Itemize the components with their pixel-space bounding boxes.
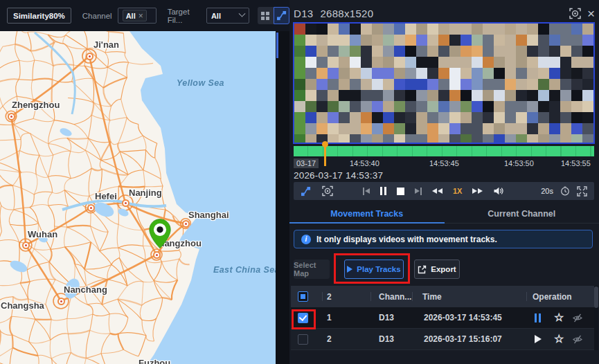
video-mosaic bbox=[294, 24, 593, 143]
info-icon: i bbox=[301, 235, 311, 244]
play-icon bbox=[347, 266, 352, 273]
pause-button[interactable] bbox=[380, 187, 386, 195]
select-map-label: Select Map bbox=[294, 261, 330, 277]
select-all-checkbox[interactable] bbox=[298, 291, 308, 302]
face-detect-icon[interactable] bbox=[569, 8, 581, 19]
panel-divider bbox=[276, 31, 289, 364]
panel-title: D13 2688x1520 bbox=[294, 8, 373, 19]
export-icon bbox=[418, 265, 427, 274]
channel-label: Channel bbox=[82, 12, 112, 20]
city-dot bbox=[86, 53, 93, 60]
skip-interval-label: 20s bbox=[541, 187, 553, 195]
channel-select[interactable]: All × bbox=[118, 8, 157, 24]
city-dot bbox=[182, 220, 190, 228]
select-map-button[interactable]: Select Map bbox=[294, 260, 330, 279]
map-city-label: Ji'nan bbox=[93, 39, 119, 50]
favorite-star-icon[interactable]: ☆ bbox=[554, 334, 564, 345]
city-dot bbox=[57, 298, 65, 305]
location-pin-icon[interactable] bbox=[148, 219, 172, 252]
scrollbar-thumb[interactable] bbox=[276, 33, 278, 58]
face-detect-icon[interactable] bbox=[322, 185, 333, 197]
table-row[interactable]: 1 D13 2026-03-17 14:53:45 ☆ bbox=[291, 307, 594, 329]
export-label: Export bbox=[431, 265, 456, 273]
fullscreen-icon[interactable] bbox=[577, 186, 587, 197]
panel-header: D13 2688x1520 × bbox=[294, 6, 595, 21]
map-city-label: Nanjing bbox=[129, 188, 162, 198]
tab-bar: Movement Tracks Current Channel bbox=[289, 204, 599, 224]
table-row[interactable]: 2 D13 2026-03-17 15:16:07 ☆ bbox=[291, 329, 594, 350]
map-city-label: Changsha bbox=[1, 300, 44, 311]
resolution-label: 2688x1520 bbox=[320, 8, 373, 19]
map-city-label: Nanchang bbox=[64, 284, 107, 295]
stop-button[interactable] bbox=[397, 188, 404, 195]
tab-current-channel[interactable]: Current Channel bbox=[445, 204, 599, 223]
scrollbar-thumb[interactable] bbox=[594, 286, 598, 308]
tracks-table: 2 Chann... Time Operation 1 D13 2026-03-… bbox=[291, 286, 594, 350]
hide-eye-icon[interactable] bbox=[572, 313, 583, 323]
tab-label: Current Channel bbox=[488, 209, 555, 219]
remove-tag-icon[interactable]: × bbox=[138, 12, 143, 20]
map-city-label: Wuhan bbox=[28, 229, 57, 239]
row-checkbox-unchecked[interactable] bbox=[298, 334, 308, 345]
pause-track-icon[interactable] bbox=[535, 313, 541, 322]
city-dot bbox=[22, 242, 30, 249]
row-time: 2026-03-17 14:53:45 bbox=[424, 313, 502, 322]
skip-to-start-button[interactable] bbox=[363, 188, 370, 195]
timeline-tick: 14:53:45 bbox=[429, 159, 459, 167]
header-count: 2 bbox=[327, 292, 332, 302]
filter-toolbar: Similarity80% Channel All × Target Fil..… bbox=[0, 0, 289, 31]
skip-to-end-button[interactable] bbox=[415, 188, 422, 195]
hide-eye-icon[interactable] bbox=[572, 334, 583, 345]
chevron-down-icon bbox=[238, 10, 245, 17]
playback-speed-label[interactable]: 1X bbox=[453, 187, 462, 195]
clock-icon[interactable] bbox=[560, 186, 570, 196]
map-city-label: Zhengzhou bbox=[12, 100, 60, 110]
header-operation: Operation bbox=[533, 292, 572, 302]
timeline-tick: 14:53:40 bbox=[350, 159, 379, 167]
similarity-button[interactable]: Similarity80% bbox=[7, 8, 71, 24]
target-filter-value: All bbox=[211, 12, 221, 20]
table-header: 2 Chann... Time Operation bbox=[291, 286, 594, 307]
track-route-icon bbox=[276, 10, 287, 21]
play-tracks-label: Play Tracks bbox=[357, 265, 400, 273]
play-tracks-button[interactable]: Play Tracks bbox=[344, 260, 404, 279]
favorite-star-icon[interactable]: ☆ bbox=[554, 312, 564, 323]
channel-tag: All × bbox=[123, 10, 147, 21]
play-track-icon[interactable] bbox=[535, 335, 542, 343]
track-view-button[interactable] bbox=[274, 7, 289, 24]
header-channel: Chann... bbox=[379, 292, 411, 302]
tab-movement-tracks[interactable]: Movement Tracks bbox=[289, 204, 445, 223]
similarity-label: Similarity80% bbox=[13, 12, 65, 20]
close-icon[interactable]: × bbox=[587, 7, 595, 20]
row-index: 2 bbox=[327, 334, 332, 344]
timeline-bar[interactable] bbox=[294, 146, 594, 156]
map[interactable]: Ji'nanZhengzhouHefeiNanjingShanghaiHangz… bbox=[0, 31, 276, 364]
map-city-label: Fuzhou bbox=[138, 358, 170, 364]
timeline-tick: 14:53:50 bbox=[504, 159, 534, 167]
row-channel: D13 bbox=[379, 313, 394, 322]
map-city-label: Hefei bbox=[95, 191, 117, 201]
header-time: Time bbox=[422, 292, 442, 302]
row-checkbox-checked[interactable] bbox=[298, 313, 308, 323]
grid-icon bbox=[260, 11, 270, 21]
city-dot bbox=[8, 113, 15, 120]
fast-forward-button[interactable] bbox=[472, 188, 483, 194]
target-filter-select[interactable]: All bbox=[206, 8, 249, 24]
export-button[interactable]: Export bbox=[414, 260, 460, 279]
video-preview bbox=[293, 22, 595, 144]
movement-track-icon[interactable] bbox=[301, 186, 311, 197]
table-scrollbar bbox=[594, 286, 598, 350]
timeline-labels: 03-17 14:53:40 14:53:45 14:53:50 14:53:5… bbox=[289, 158, 599, 168]
rewind-button[interactable] bbox=[432, 188, 442, 194]
video-panel: D13 2688x1520 × 03-17 14:53:40 14:53:45 … bbox=[289, 0, 599, 364]
grid-view-button[interactable] bbox=[258, 7, 274, 24]
map-sea-label: East China Sea bbox=[213, 265, 276, 275]
city-dot bbox=[87, 204, 95, 212]
player-controls: 1X 20s bbox=[294, 182, 594, 200]
row-channel: D13 bbox=[379, 334, 394, 344]
playhead-marker[interactable] bbox=[324, 142, 326, 166]
row-time: 2026-03-17 15:16:07 bbox=[424, 334, 502, 344]
city-dot bbox=[122, 199, 129, 207]
city-dot bbox=[153, 251, 161, 259]
volume-icon[interactable] bbox=[493, 186, 503, 196]
